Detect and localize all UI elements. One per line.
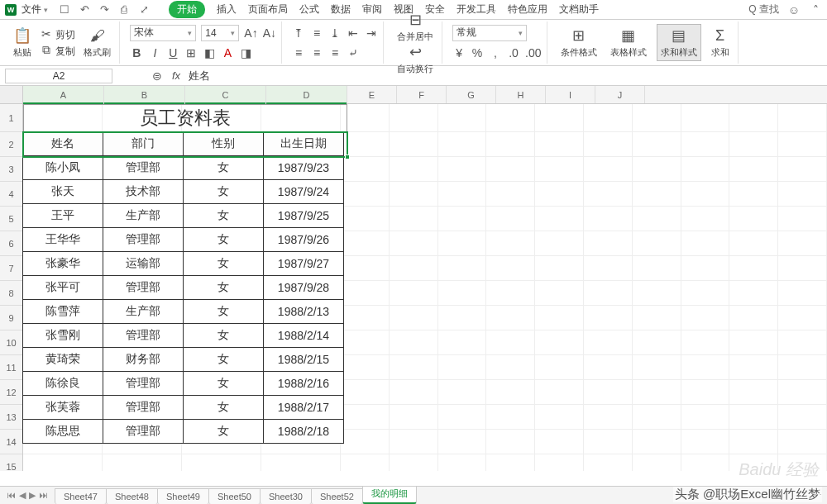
table-cell[interactable]: 管理部 bbox=[103, 419, 184, 444]
sheet-tab[interactable]: Sheet47 bbox=[55, 488, 107, 504]
sheet-next-icon[interactable]: ▶ bbox=[29, 490, 36, 501]
wrap-icon[interactable]: ⤶ bbox=[347, 46, 360, 59]
row-header[interactable]: 13 bbox=[0, 405, 22, 430]
align-top-icon[interactable]: ⤒ bbox=[292, 26, 305, 40]
number-format-select[interactable]: 常规 bbox=[452, 25, 527, 41]
table-cell[interactable]: 1988/2/14 bbox=[263, 323, 344, 348]
table-cell[interactable]: 1988/2/17 bbox=[263, 395, 344, 420]
row-header[interactable]: 12 bbox=[0, 380, 22, 405]
table-cell[interactable]: 张豪华 bbox=[22, 251, 103, 276]
redo-icon[interactable]: ↷ bbox=[98, 3, 111, 17]
table-cell[interactable]: 女 bbox=[183, 419, 264, 444]
row-header[interactable]: 4 bbox=[0, 182, 22, 207]
percent-icon[interactable]: % bbox=[471, 46, 484, 59]
fx-icon[interactable]: fx bbox=[172, 69, 180, 82]
table-cell[interactable]: 生产部 bbox=[103, 203, 184, 228]
tab-features[interactable]: 特色应用 bbox=[508, 2, 547, 17]
tab-start[interactable]: 开始 bbox=[169, 1, 205, 18]
table-cell[interactable]: 张雪刚 bbox=[22, 323, 103, 348]
table-cell[interactable]: 运输部 bbox=[103, 251, 184, 276]
table-cell[interactable]: 1987/9/25 bbox=[263, 203, 344, 228]
table-cell[interactable]: 女 bbox=[183, 299, 264, 324]
table-cell[interactable]: 陈思思 bbox=[22, 419, 103, 444]
table-cell[interactable]: 1987/9/24 bbox=[263, 179, 344, 204]
table-cell[interactable]: 王华华 bbox=[22, 227, 103, 252]
table-cell[interactable]: 黄琦荣 bbox=[22, 347, 103, 372]
dec-dec-icon[interactable]: .00 bbox=[525, 46, 541, 59]
align-bot-icon[interactable]: ⤓ bbox=[328, 26, 342, 40]
table-cell[interactable]: 1988/2/15 bbox=[263, 347, 344, 372]
col-header[interactable]: A bbox=[23, 86, 104, 103]
sheet-tab[interactable]: Sheet48 bbox=[106, 488, 158, 504]
table-cell[interactable]: 王平 bbox=[22, 203, 103, 228]
table-cell[interactable]: 张平可 bbox=[22, 275, 103, 300]
col-header-dept[interactable]: 部门 bbox=[103, 131, 184, 156]
table-cell[interactable]: 1987/9/28 bbox=[263, 275, 344, 300]
col-header[interactable]: D bbox=[266, 86, 347, 103]
col-header-gender[interactable]: 性别 bbox=[183, 131, 264, 156]
sheet-first-icon[interactable]: ⏮ bbox=[7, 490, 16, 501]
select-all-corner[interactable] bbox=[0, 86, 22, 104]
table-cell[interactable]: 陈雪萍 bbox=[22, 299, 103, 324]
align-right-icon[interactable]: ≡ bbox=[328, 46, 342, 59]
tab-devtools[interactable]: 开发工具 bbox=[457, 2, 496, 17]
row-header[interactable]: 7 bbox=[0, 256, 22, 281]
table-cell[interactable]: 生产部 bbox=[103, 299, 184, 324]
table-cell[interactable]: 管理部 bbox=[103, 323, 184, 348]
col-header[interactable]: C bbox=[185, 86, 266, 103]
row-header[interactable]: 10 bbox=[0, 330, 22, 355]
table-cell[interactable]: 1988/2/18 bbox=[263, 419, 344, 444]
align-left-icon[interactable]: ≡ bbox=[292, 46, 305, 59]
table-cell[interactable]: 财务部 bbox=[103, 347, 184, 372]
font-size-select[interactable]: 14 bbox=[201, 25, 239, 41]
grid-body[interactable]: ABCD EFGHIJ 员工资料表 姓名 部门 性别 出生日期 陈小凤管理部女1… bbox=[23, 86, 827, 471]
tab-layout[interactable]: 页面布局 bbox=[248, 2, 288, 17]
col-header-name[interactable]: 姓名 bbox=[22, 131, 103, 156]
table-cell[interactable]: 女 bbox=[183, 227, 264, 252]
sheet[interactable]: 员工资料表 姓名 部门 性别 出生日期 陈小凤管理部女1987/9/23张天技术… bbox=[23, 104, 827, 471]
increase-font-icon[interactable]: A↑ bbox=[244, 26, 257, 40]
format-painter-button[interactable]: 🖌格式刷 bbox=[80, 26, 114, 59]
font-color-icon[interactable]: A bbox=[221, 46, 234, 59]
row-header[interactable]: 1 bbox=[0, 104, 22, 132]
row-header[interactable]: 5 bbox=[0, 207, 22, 231]
table-style-button[interactable]: ▦表格样式 bbox=[607, 26, 650, 59]
search-box[interactable]: Q 查找 bbox=[748, 2, 779, 17]
fill-color-icon[interactable]: ◧ bbox=[203, 46, 216, 59]
table-cell[interactable]: 女 bbox=[183, 347, 264, 372]
tab-data[interactable]: 数据 bbox=[331, 2, 351, 17]
border-icon[interactable]: ⊞ bbox=[184, 46, 198, 59]
col-header[interactable]: E bbox=[347, 86, 397, 103]
tab-review[interactable]: 审阅 bbox=[362, 2, 382, 17]
tab-doc-helper[interactable]: 文档助手 bbox=[559, 2, 599, 17]
indent-dec-icon[interactable]: ⇤ bbox=[347, 26, 360, 40]
table-cell[interactable]: 管理部 bbox=[103, 227, 184, 252]
table-cell[interactable]: 张天 bbox=[22, 179, 103, 204]
fx-dropdown-icon[interactable]: ⊜ bbox=[151, 69, 164, 83]
table-cell[interactable]: 女 bbox=[183, 155, 264, 180]
sheet-tab[interactable]: Sheet52 bbox=[311, 488, 363, 504]
font-name-select[interactable]: 宋体 bbox=[130, 25, 196, 41]
table-cell[interactable]: 女 bbox=[183, 371, 264, 396]
table-title[interactable]: 员工资料表 bbox=[23, 104, 347, 132]
row-header[interactable]: 6 bbox=[0, 231, 22, 256]
table-cell[interactable]: 1987/9/26 bbox=[263, 227, 344, 252]
preview-icon[interactable]: ⤢ bbox=[137, 3, 151, 17]
table-cell[interactable]: 女 bbox=[183, 251, 264, 276]
sheet-tab[interactable]: Sheet49 bbox=[157, 488, 209, 504]
dec-inc-icon[interactable]: .0 bbox=[507, 46, 520, 59]
chevron-up-icon[interactable]: ˄ bbox=[809, 3, 822, 17]
table-cell[interactable]: 管理部 bbox=[103, 155, 184, 180]
tab-insert[interactable]: 插入 bbox=[217, 2, 237, 17]
cond-format-button[interactable]: ⊞条件格式 bbox=[557, 26, 600, 59]
table-cell[interactable]: 陈徐良 bbox=[22, 371, 103, 396]
merge-center-button[interactable]: ⊟合并居中 bbox=[394, 11, 437, 43]
col-header[interactable]: H bbox=[496, 86, 546, 103]
table-cell[interactable]: 管理部 bbox=[103, 395, 184, 420]
table-cell[interactable]: 技术部 bbox=[103, 179, 184, 204]
indent-inc-icon[interactable]: ⇥ bbox=[365, 26, 378, 40]
table-cell[interactable]: 张芙蓉 bbox=[22, 395, 103, 420]
col-header[interactable]: I bbox=[546, 86, 595, 103]
sheet-tab[interactable]: Sheet50 bbox=[208, 488, 261, 504]
underline-icon[interactable]: U bbox=[166, 46, 179, 59]
